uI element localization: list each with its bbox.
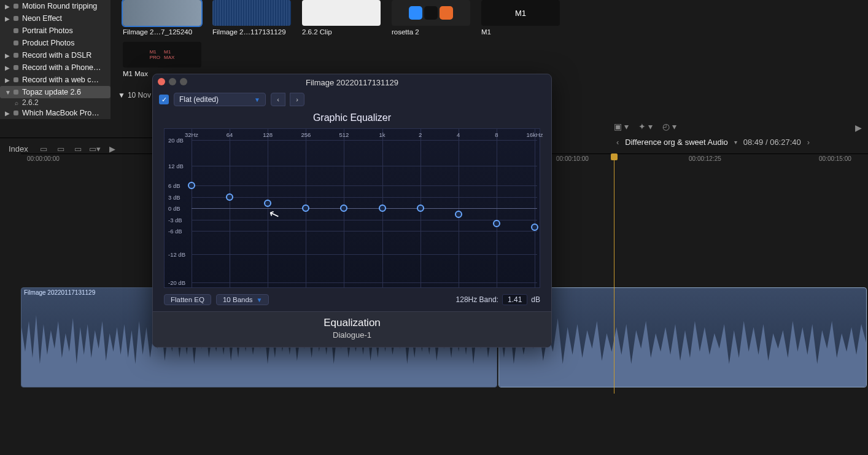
eq-band-handle[interactable] (340, 204, 347, 212)
eq-band-handle[interactable] (302, 204, 309, 212)
eq-band-handle[interactable] (493, 220, 500, 227)
y-tick: 12 dB (168, 162, 184, 169)
clip-thumbnail[interactable] (302, 0, 381, 26)
sidebar-item[interactable]: ▶Record with a DSLR (0, 49, 110, 61)
flatten-button[interactable]: Flatten EQ (164, 294, 211, 305)
time-current: 08:49 (743, 138, 764, 147)
chevron-down-icon: ▼ (257, 297, 263, 303)
keyword-icon (14, 4, 18, 9)
date-group[interactable]: ▼10 Nov (118, 91, 151, 99)
x-tick: 16kHz (527, 131, 543, 138)
eq-graph[interactable]: 32Hz641282565121k24816kHz20 dB12 dB6 dB3… (164, 128, 540, 288)
timeline-title[interactable]: Difference org & sweet Audio (625, 138, 727, 147)
y-tick: -20 dB (168, 279, 185, 286)
eq-band-handle[interactable] (455, 211, 462, 218)
y-tick: 6 dB (168, 182, 180, 189)
clip-label: rosetta 2 (392, 28, 470, 36)
sidebar-subitem[interactable]: ⌕2.6.2 (0, 98, 110, 107)
enable-checkbox[interactable]: ✓ (159, 95, 169, 104)
eq-band-handle[interactable] (226, 193, 233, 201)
readout-label: 128Hz Band: (456, 295, 498, 304)
eq-band-handle[interactable] (417, 204, 424, 212)
graph-title: Graphic Equalizer (153, 112, 551, 123)
ruler-tick: 00:00:00:00 (27, 155, 60, 162)
clip-thumbnail[interactable] (392, 0, 470, 26)
clip-thumbnail[interactable]: M1 (481, 0, 560, 26)
sidebar-item-label: Which MacBook Pro… (22, 109, 99, 117)
history-back-icon[interactable]: ‹ (616, 138, 619, 147)
bands-select[interactable]: 10 Bands▼ (216, 294, 269, 305)
eq-band-handle[interactable] (264, 200, 271, 207)
chevron-down-icon: ▼ (254, 96, 260, 103)
window-titlebar[interactable]: Filmage 20220117131129 (153, 74, 551, 90)
playhead[interactable] (614, 154, 614, 394)
sidebar-item-label: Record with a Phone… (22, 63, 101, 72)
minimize-icon[interactable] (169, 78, 176, 85)
eq-band-handle[interactable] (531, 224, 538, 231)
y-tick: -6 dB (168, 228, 182, 235)
sidebar-item[interactable]: ▶Record with a Phone… (0, 61, 110, 74)
y-tick: 0 dB (168, 205, 180, 212)
eq-bottom-bar: Flatten EQ 10 Bands▼ 128Hz Band: 1.41 dB (153, 292, 551, 311)
chevron-down-icon[interactable]: ▾ (734, 139, 737, 146)
y-tick: -3 dB (168, 216, 182, 223)
sidebar: ▶Motion Round tripping ▶Neon Effect Port… (0, 0, 110, 119)
sidebar-item[interactable]: ▶Neon Effect (0, 12, 110, 25)
next-button[interactable]: › (290, 93, 304, 106)
index-button[interactable]: Index (4, 144, 33, 154)
window-controls (158, 78, 187, 85)
prev-button[interactable]: ‹ (271, 93, 285, 106)
play-icon[interactable]: ▶ (855, 123, 862, 133)
ruler-tick: 00:00:12:25 (689, 155, 721, 162)
clip-thumbnail[interactable]: M1PROM1MAX (123, 42, 201, 68)
retime-icon[interactable]: ◴ ▾ (662, 122, 676, 131)
date-group-label: 10 Nov (128, 91, 151, 99)
clip-label: 2.6.2 Clip (302, 28, 381, 36)
eq-band-handle[interactable] (188, 182, 195, 189)
sidebar-item-label: Topaz update 2.6 (22, 88, 81, 96)
x-tick: 8 (495, 131, 498, 138)
sidebar-item[interactable]: Product Photos (0, 37, 110, 49)
sidebar-item[interactable]: ▶Which MacBook Pro… (0, 107, 110, 119)
clip-thumbnail[interactable] (123, 0, 201, 26)
audio-clip[interactable]: 1129 (498, 287, 867, 387)
ruler-tick: 00:00:15:00 (819, 155, 851, 162)
sidebar-item-label: Product Photos (22, 39, 74, 47)
chevron-down-icon: ▼ (118, 91, 125, 99)
clip-label: Filmage 2…7_125240 (123, 28, 201, 36)
sidebar-item-selected[interactable]: ▼Topaz update 2.6 (0, 86, 110, 98)
ruler-tick: 00:00:10:00 (556, 155, 589, 162)
wand-icon[interactable]: ✦ ▾ (638, 122, 653, 131)
clip-thumbnail[interactable] (212, 0, 291, 26)
sidebar-item-label: Motion Round tripping (22, 2, 97, 10)
sidebar-item-label: Neon Effect (22, 14, 62, 23)
y-tick: 3 dB (168, 193, 180, 200)
time-total: 06:27:40 (770, 138, 801, 147)
x-tick: 1k (379, 131, 386, 138)
bands-label: 10 Bands (223, 296, 253, 303)
sidebar-item[interactable]: Portrait Photos (0, 25, 110, 37)
timeline-tools: ▣ ▾ ✦ ▾ ◴ ▾ (614, 122, 676, 131)
effect-title: Equalization (153, 317, 551, 329)
clip-name: Filmage 20220117131129 (24, 289, 95, 296)
preset-label: Flat (edited) (179, 95, 219, 104)
clip-label: M1 (481, 28, 560, 36)
y-tick: -12 dB (168, 251, 185, 257)
sidebar-item[interactable]: ▶Record with a web c… (0, 74, 110, 86)
flatten-label: Flatten EQ (171, 296, 204, 303)
sidebar-item[interactable]: ▶Motion Round tripping (0, 0, 110, 12)
eq-band-handle[interactable] (379, 204, 386, 212)
eq-toolbar: ✓ Flat (edited) ▼ ‹› (153, 90, 551, 109)
close-icon[interactable] (158, 78, 165, 85)
eq-footer: Equalization Dialogue-1 (153, 311, 551, 347)
history-forward-icon[interactable]: › (807, 138, 810, 147)
crop-icon[interactable]: ▣ ▾ (614, 122, 629, 131)
maximize-icon[interactable] (180, 78, 187, 85)
search-icon: ⌕ (15, 99, 18, 106)
sidebar-item-label: Record with a DSLR (22, 51, 91, 60)
timeline-header: ‹ Difference org & sweet Audio ▾ 08:49 /… (616, 138, 862, 147)
sidebar-sub-label: 2.6.2 (22, 98, 39, 107)
preset-select[interactable]: Flat (edited) ▼ (174, 93, 266, 106)
readout-value-field[interactable]: 1.41 (502, 294, 527, 305)
band-readout: 128Hz Band: 1.41 dB (456, 294, 540, 305)
